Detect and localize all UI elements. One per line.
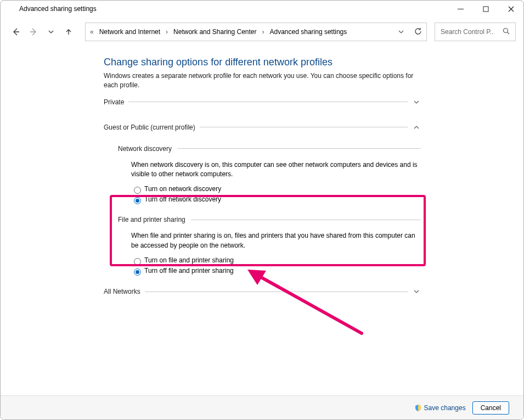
search-icon[interactable] — [503, 27, 510, 36]
page-subheading: Windows creates a separate network profi… — [104, 71, 421, 90]
address-bar[interactable]: « Network and Internet › Network and Sha… — [85, 23, 427, 41]
back-button[interactable] — [8, 24, 24, 40]
minimize-button[interactable] — [448, 1, 473, 17]
radio-input[interactable] — [134, 258, 141, 265]
save-changes-label: Save changes — [424, 404, 466, 412]
profile-guest-public[interactable]: Guest or Public (current profile) — [104, 123, 421, 132]
forward-button[interactable] — [26, 24, 41, 40]
profile-guest-label: Guest or Public (current profile) — [104, 124, 195, 131]
chevron-up-icon — [412, 123, 421, 132]
chevron-down-icon — [412, 287, 421, 296]
save-changes-button[interactable]: Save changes — [414, 404, 466, 412]
page-heading: Change sharing options for different net… — [104, 57, 421, 68]
cancel-button[interactable]: Cancel — [472, 401, 509, 415]
breadcrumb-advanced-sharing[interactable]: Advanced sharing settings — [268, 28, 350, 36]
breadcrumb-network-internet[interactable]: Network and Internet — [97, 28, 162, 36]
refresh-button[interactable] — [414, 27, 422, 37]
svg-rect-1 — [483, 7, 488, 12]
profile-private-label: Private — [104, 98, 124, 106]
breadcrumb-sep-icon: › — [162, 28, 171, 36]
cancel-label: Cancel — [481, 404, 501, 412]
section-title-network-discovery: Network discovery — [118, 145, 172, 153]
footer: Save changes Cancel — [1, 395, 523, 419]
close-button[interactable] — [498, 1, 523, 17]
radio-file-printer-off[interactable]: Turn off file and printer sharing — [131, 266, 421, 275]
radio-input[interactable] — [134, 187, 141, 194]
svg-point-6 — [504, 29, 508, 33]
profile-private[interactable]: Private — [104, 98, 421, 107]
radio-network-discovery-off[interactable]: Turn off network discovery — [131, 195, 421, 204]
svg-line-7 — [508, 32, 510, 35]
window: Advanced sharing settings « — [0, 0, 524, 420]
window-title: Advanced sharing settings — [6, 1, 103, 13]
radio-network-discovery-on[interactable]: Turn on network discovery — [131, 184, 421, 193]
section-file-printer-sharing: File and printer sharing When file and p… — [118, 216, 421, 275]
profile-all-label: All Networks — [104, 288, 140, 295]
network-discovery-desc: When network discovery is on, this compu… — [131, 160, 421, 180]
breadcrumb-sep-icon: › — [259, 28, 268, 36]
shield-icon — [414, 404, 422, 412]
radio-label: Turn on file and printer sharing — [144, 256, 234, 264]
section-network-discovery: Network discovery When network discovery… — [118, 145, 421, 204]
nav-bar: « Network and Internet › Network and Sha… — [1, 18, 523, 46]
search-input[interactable] — [440, 27, 494, 36]
radio-input[interactable] — [134, 268, 141, 276]
radio-label: Turn on network discovery — [144, 185, 221, 193]
address-dropdown-icon[interactable] — [397, 27, 405, 36]
maximize-button[interactable] — [473, 1, 498, 17]
up-button[interactable] — [61, 24, 76, 40]
chevron-down-icon — [412, 98, 421, 107]
titlebar: Advanced sharing settings — [1, 1, 523, 18]
radio-input[interactable] — [134, 197, 141, 204]
radio-label: Turn off network discovery — [144, 195, 221, 203]
file-printer-desc: When file and printer sharing is on, fil… — [131, 231, 421, 250]
breadcrumb-network-sharing-center[interactable]: Network and Sharing Center — [171, 28, 258, 36]
content-area: Change sharing options for different net… — [1, 46, 523, 395]
profile-all-networks[interactable]: All Networks — [104, 287, 421, 296]
radio-file-printer-on[interactable]: Turn on file and printer sharing — [131, 256, 421, 265]
section-title-file-printer: File and printer sharing — [118, 216, 185, 223]
address-overflow-icon[interactable]: « — [90, 28, 97, 36]
search-box[interactable] — [435, 23, 516, 41]
recent-dropdown[interactable] — [43, 24, 59, 40]
radio-label: Turn off file and printer sharing — [144, 267, 234, 275]
